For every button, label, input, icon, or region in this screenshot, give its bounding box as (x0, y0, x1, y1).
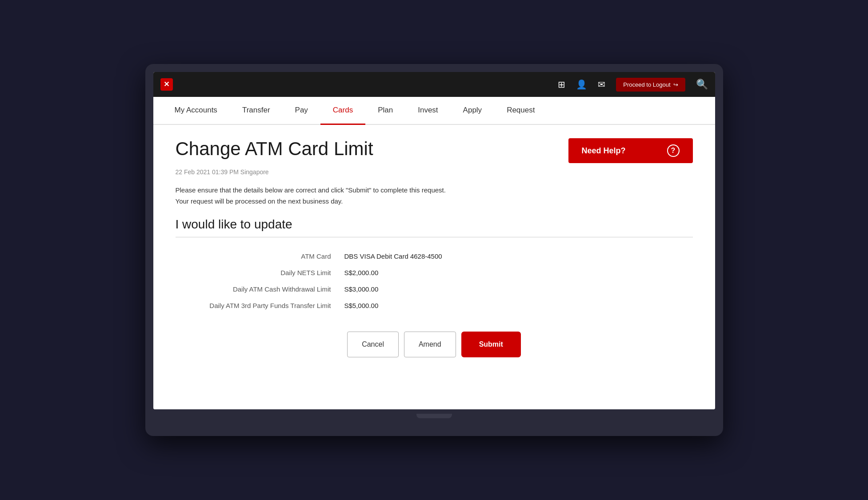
close-button[interactable]: ✕ (160, 78, 173, 91)
need-help-label: Need Help? (582, 146, 626, 156)
nav-item-transfer[interactable]: Transfer (230, 97, 283, 125)
logout-button[interactable]: Proceed to Logout ↪ (616, 78, 685, 92)
logout-label: Proceed to Logout (623, 81, 670, 88)
nav-item-cards[interactable]: Cards (320, 97, 365, 125)
search-icon[interactable]: 🔍 (696, 79, 708, 90)
cancel-button[interactable]: Cancel (347, 332, 399, 357)
timestamp: 22 Feb 2021 01:39 PM Singapore (176, 168, 693, 176)
divider (176, 237, 693, 237)
nav-item-plan[interactable]: Plan (365, 97, 405, 125)
nav-item-request[interactable]: Request (494, 97, 547, 125)
help-icon: ? (667, 144, 680, 157)
table-row: Daily NETS Limit S$2,000.00 (176, 264, 693, 281)
daily-nets-value: S$2,000.00 (344, 269, 379, 276)
top-bar: ✕ ⊞ 👤 ✉ Proceed to Logout ↪ 🔍 (153, 72, 715, 97)
submit-button[interactable]: Submit (464, 334, 519, 355)
nav-item-pay[interactable]: Pay (283, 97, 320, 125)
instruction-2: Your request will be processed on the ne… (176, 197, 693, 205)
page-title: Change ATM Card Limit (176, 138, 373, 160)
daily-3rd-party-label: Daily ATM 3rd Party Funds Transfer Limit (176, 302, 344, 309)
instruction-1: Please ensure that the details below are… (176, 186, 693, 194)
section-title: I would like to update (176, 217, 693, 232)
table-row: Daily ATM 3rd Party Funds Transfer Limit… (176, 297, 693, 314)
main-content: Change ATM Card Limit Need Help? ? 22 Fe… (153, 125, 715, 409)
laptop-notch (416, 414, 452, 418)
nav-item-apply[interactable]: Apply (451, 97, 495, 125)
daily-atm-cash-value: S$3,000.00 (344, 285, 379, 293)
atm-card-value: DBS VISA Debit Card 4628-4500 (344, 252, 442, 260)
logout-icon: ↪ (673, 81, 678, 88)
amend-button[interactable]: Amend (404, 332, 456, 357)
nav-item-invest[interactable]: Invest (405, 97, 450, 125)
header-row: Change ATM Card Limit Need Help? ? (176, 138, 693, 163)
nav-bar: My Accounts Transfer Pay Cards Plan Inve… (153, 97, 715, 125)
daily-3rd-party-value: S$5,000.00 (344, 302, 379, 309)
table-row: ATM Card DBS VISA Debit Card 4628-4500 (176, 248, 693, 264)
mail-icon: ✉ (598, 79, 605, 90)
top-bar-icons: ⊞ 👤 ✉ Proceed to Logout ↪ 🔍 (558, 78, 708, 92)
user-icon: 👤 (576, 79, 587, 90)
button-row: Cancel Amend Submit (176, 332, 693, 357)
daily-atm-cash-label: Daily ATM Cash Withdrawal Limit (176, 285, 344, 293)
need-help-button[interactable]: Need Help? ? (568, 138, 693, 163)
nav-item-my-accounts[interactable]: My Accounts (162, 97, 230, 125)
details-table: ATM Card DBS VISA Debit Card 4628-4500 D… (176, 248, 693, 314)
close-icon: ✕ (164, 81, 169, 88)
daily-nets-label: Daily NETS Limit (176, 269, 344, 276)
submit-button-wrapper: Submit (461, 332, 521, 357)
atm-card-label: ATM Card (176, 252, 344, 260)
table-row: Daily ATM Cash Withdrawal Limit S$3,000.… (176, 281, 693, 297)
network-icon: ⊞ (558, 79, 565, 90)
